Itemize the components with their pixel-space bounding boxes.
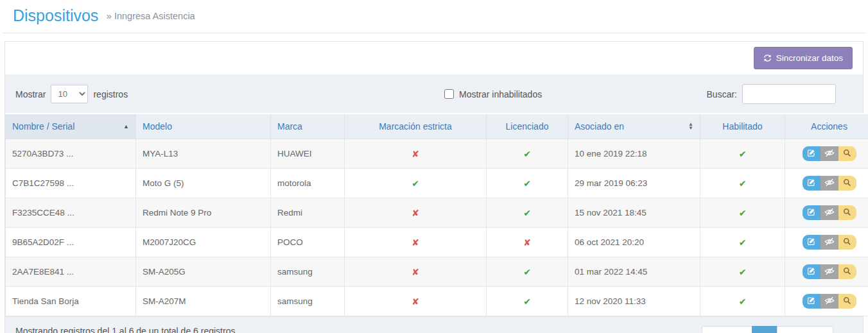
cell-marca: samsung — [271, 287, 345, 316]
cell-marcacion-estricta: ✘ — [345, 228, 487, 257]
edit-button[interactable] — [803, 235, 820, 250]
cell-nombre-serial: F3235CCE48 ... — [6, 198, 136, 228]
edit-button[interactable] — [803, 176, 820, 191]
eye-slash-icon — [824, 178, 835, 189]
refresh-icon — [763, 54, 772, 62]
sync-data-button[interactable]: Sincronizar datos — [754, 47, 853, 69]
column-header-licenciado[interactable]: Licenciado — [487, 114, 568, 139]
eye-slash-icon — [824, 208, 835, 218]
view-detail-button[interactable] — [838, 294, 856, 309]
cell-marca: HUAWEI — [271, 139, 345, 169]
table-body: 5270A3BD73 ... MYA-L13 HUAWEI ✘ ✔ 10 ene… — [6, 139, 868, 316]
view-detail-button[interactable] — [838, 205, 856, 220]
edit-icon — [807, 178, 815, 189]
cell-modelo: Moto G (5) — [136, 169, 271, 198]
page-header: Dispositivos » Inngresa Asistencia — [3, 0, 865, 33]
cell-nombre-serial: 2AA7E8E841 ... — [6, 257, 136, 287]
cell-marca: motorola — [271, 169, 345, 198]
edit-icon — [807, 237, 815, 248]
magnifier-icon — [843, 149, 851, 159]
edit-button[interactable] — [803, 146, 820, 161]
cell-nombre-serial: 9B65A2D02F ... — [6, 228, 136, 257]
cell-marcacion-estricta: ✘ — [345, 139, 487, 169]
column-header-acciones[interactable]: Acciones — [785, 114, 868, 139]
cell-modelo: SM-A205G — [136, 257, 271, 287]
cell-acciones — [785, 257, 868, 287]
cell-nombre-serial: 5270A3BD73 ... — [6, 139, 136, 169]
cell-licenciado: ✔ — [487, 287, 568, 316]
show-disabled-checkbox[interactable] — [444, 89, 454, 99]
cell-acciones — [785, 169, 868, 198]
eye-slash-icon — [824, 149, 835, 159]
cell-modelo: MYA-L13 — [136, 139, 271, 169]
cell-marcacion-estricta: ✘ — [345, 287, 487, 316]
edit-button[interactable] — [803, 205, 820, 220]
toggle-visibility-button[interactable] — [820, 146, 838, 161]
table-row: F3235CCE48 ... Redmi Note 9 Pro Redmi ✘ … — [6, 198, 868, 228]
page-length-select[interactable]: 10 — [51, 85, 88, 103]
cell-asociado-en: 15 nov 2021 18:45 — [568, 198, 700, 228]
check-icon: ✔ — [523, 296, 531, 307]
edit-button[interactable] — [803, 294, 820, 309]
sync-data-label: Sincronizar datos — [776, 53, 843, 63]
sort-asc-icon: ▲ — [123, 124, 129, 130]
column-header-marca[interactable]: Marca — [271, 114, 345, 139]
filter-bar: Mostrar 10 registros Mostrar inhabilitad… — [5, 75, 863, 113]
column-header-nombre-serial[interactable]: Nombre / Serial ▲ — [6, 114, 136, 139]
cell-licenciado: ✔ — [487, 198, 568, 228]
actions-group — [803, 294, 856, 309]
cell-habilitado: ✔ — [700, 257, 785, 287]
page-length-control: Mostrar 10 registros — [15, 85, 128, 103]
toggle-visibility-button[interactable] — [820, 176, 838, 191]
cell-marca: POCO — [271, 228, 345, 257]
view-detail-button[interactable] — [838, 146, 856, 161]
cell-acciones — [785, 139, 868, 169]
check-icon: ✔ — [739, 149, 747, 159]
check-icon: ✔ — [523, 267, 531, 277]
view-detail-button[interactable] — [838, 176, 856, 191]
cell-habilitado: ✔ — [700, 287, 785, 316]
cell-licenciado: ✔ — [487, 139, 568, 169]
toggle-visibility-button[interactable] — [820, 264, 838, 279]
toggle-visibility-button[interactable] — [820, 205, 838, 220]
check-icon: ✔ — [523, 208, 531, 218]
cell-marcacion-estricta: ✔ — [345, 169, 487, 198]
check-icon: ✔ — [739, 208, 747, 218]
toolbar: Sincronizar datos — [5, 42, 863, 75]
cross-icon: ✘ — [412, 267, 419, 277]
cell-habilitado: ✔ — [700, 139, 785, 169]
next-page-button[interactable]: Siguiente — [777, 326, 833, 333]
edit-button[interactable] — [803, 264, 820, 279]
actions-group — [803, 146, 856, 161]
cell-nombre-serial: C7B1C27598 ... — [6, 169, 136, 198]
column-header-modelo[interactable]: Modelo — [136, 114, 271, 139]
cell-acciones — [785, 198, 868, 228]
toggle-visibility-button[interactable] — [820, 235, 838, 250]
view-detail-button[interactable] — [838, 264, 856, 279]
view-detail-button[interactable] — [838, 235, 856, 250]
previous-page-button[interactable]: Anterior — [702, 326, 752, 333]
check-icon: ✔ — [412, 178, 419, 189]
cell-licenciado: ✘ — [487, 228, 568, 257]
column-header-asociado-en[interactable]: Asociado en ▲▼ — [568, 114, 700, 139]
toggle-visibility-button[interactable] — [820, 294, 838, 309]
cell-acciones — [785, 287, 868, 316]
page-number-button[interactable]: 1 — [752, 326, 777, 333]
records-label: registros — [93, 89, 128, 99]
search-control: Buscar: — [707, 84, 836, 104]
eye-slash-icon — [824, 267, 835, 277]
cell-habilitado: ✔ — [700, 169, 785, 198]
column-header-marcacion-estricta[interactable]: Marcación estricta — [345, 114, 487, 139]
records-info: Mostrando registros del 1 al 6 de un tot… — [15, 326, 235, 333]
table-row: C7B1C27598 ... Moto G (5) motorola ✔ ✔ 2… — [6, 169, 868, 198]
table-row: 5270A3BD73 ... MYA-L13 HUAWEI ✘ ✔ 10 ene… — [6, 139, 868, 169]
search-input[interactable] — [742, 84, 836, 104]
cell-modelo: Redmi Note 9 Pro — [136, 198, 271, 228]
cell-marca: Redmi — [271, 198, 345, 228]
check-icon: ✔ — [739, 237, 747, 248]
table-row: 9B65A2D02F ... M2007J20CG POCO ✘ ✘ 06 oc… — [6, 228, 868, 257]
devices-panel: Sincronizar datos Mostrar 10 registros M… — [4, 41, 864, 333]
column-header-habilitado[interactable]: Habilitado — [700, 114, 785, 139]
cell-habilitado: ✔ — [700, 228, 785, 257]
table-row: Tienda San Borja SM-A207M samsung ✘ ✔ 12… — [6, 287, 868, 316]
